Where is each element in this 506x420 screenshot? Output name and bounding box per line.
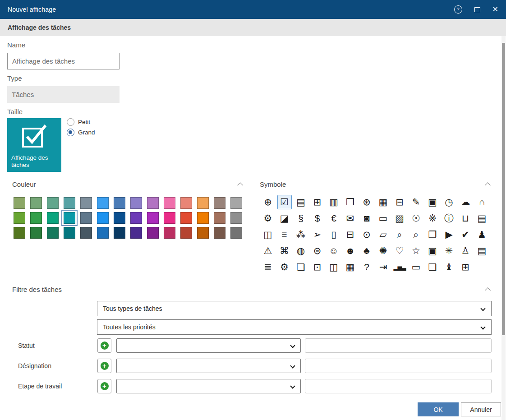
task-type-dropdown[interactable]: Tous types de tâches — [97, 301, 492, 316]
color-swatch[interactable] — [64, 212, 75, 224]
euro-sign-icon[interactable]: € — [327, 211, 341, 226]
gears-icon[interactable]: ⚙ — [261, 211, 275, 226]
color-swatch[interactable] — [214, 197, 225, 209]
color-swatch[interactable] — [97, 212, 109, 224]
alert-rays-icon[interactable]: ※ — [425, 211, 440, 226]
plus-circle-icon[interactable]: ⊕ — [261, 195, 275, 209]
portrait-card-icon[interactable]: ◪ — [277, 211, 292, 226]
cancel-button[interactable]: Annuler — [461, 402, 501, 416]
star-icon[interactable]: ☆ — [409, 244, 423, 258]
color-swatch[interactable] — [114, 227, 125, 239]
color-swatch[interactable] — [214, 227, 225, 239]
task-checkbox-icon[interactable]: ☑ — [277, 195, 292, 209]
folder-icon[interactable]: ▭ — [376, 211, 391, 226]
section-sign-icon[interactable]: § — [294, 211, 308, 226]
color-swatch[interactable] — [14, 197, 25, 209]
name-input[interactable] — [7, 53, 120, 69]
sun-burst-icon[interactable]: ✺ — [376, 244, 391, 258]
network-hub-icon[interactable]: ✳ — [442, 244, 456, 258]
color-swatch[interactable] — [14, 227, 25, 239]
color-swatch[interactable] — [214, 212, 225, 224]
question-circle-icon[interactable]: ? — [359, 260, 374, 274]
ruler-scale-icon[interactable]: ≣ — [261, 260, 275, 274]
person-icon[interactable]: ♟ — [475, 227, 489, 242]
scrollbar-thumb[interactable] — [502, 43, 505, 335]
inbox-tray-icon[interactable]: ⊔ — [458, 211, 473, 226]
compass-icon[interactable]: ⊛ — [359, 195, 374, 209]
color-swatch[interactable] — [197, 197, 209, 209]
dollar-sign-icon[interactable]: $ — [310, 211, 325, 226]
help-icon[interactable]: ? — [454, 5, 462, 14]
docs-stack-icon[interactable]: ❑ — [425, 260, 440, 274]
people-group-icon[interactable]: ⁂ — [294, 227, 308, 242]
heart-icon[interactable]: ♡ — [392, 244, 407, 258]
color-swatch[interactable] — [230, 197, 242, 209]
pen-icon[interactable]: ✎ — [409, 195, 423, 209]
chart-panel-icon[interactable]: ▦ — [343, 260, 358, 274]
color-swatch[interactable] — [180, 227, 192, 239]
contact-badge-icon[interactable]: ▣ — [425, 244, 440, 258]
maximize-icon[interactable] — [474, 7, 480, 12]
filter-value-dropdown[interactable] — [116, 359, 301, 373]
filtre-collapse-icon[interactable] — [485, 287, 491, 293]
close-icon[interactable]: ✕ — [492, 6, 498, 13]
camera-box-icon[interactable]: ⊙ — [359, 227, 374, 242]
color-swatch[interactable] — [147, 197, 159, 209]
clock-icon[interactable]: ◷ — [442, 195, 456, 209]
gear-icon[interactable]: ⚙ — [277, 260, 292, 274]
play-circle-icon[interactable]: ▶ — [442, 227, 456, 242]
symbole-collapse-icon[interactable] — [485, 182, 491, 188]
radio-icon[interactable] — [67, 118, 74, 126]
color-swatch[interactable] — [164, 212, 175, 224]
cursor-tag-icon[interactable]: ➢ — [310, 227, 325, 242]
palm-tree-icon[interactable]: ♣ — [359, 244, 374, 258]
magnifier-icon[interactable]: ⌕ — [392, 227, 407, 242]
cabinet-icon[interactable]: ⊟ — [343, 227, 358, 242]
note-card-icon[interactable]: ▤ — [475, 244, 489, 258]
list-check-icon[interactable]: ✔ — [458, 227, 473, 242]
speech-idea-icon[interactable]: ◙ — [359, 211, 374, 226]
add-filter-button[interactable]: + — [97, 359, 111, 373]
magnifier-idea-icon[interactable]: ⌕ — [409, 227, 423, 242]
add-filter-button[interactable]: + — [97, 338, 111, 353]
filter-value-dropdown[interactable] — [116, 379, 301, 393]
barcode-icon[interactable]: ▥ — [327, 195, 341, 209]
color-swatch[interactable] — [180, 212, 192, 224]
filter-value-dropdown[interactable] — [116, 338, 301, 353]
color-swatch[interactable] — [64, 197, 75, 209]
color-swatch[interactable] — [64, 227, 75, 239]
book-bookmark-icon[interactable]: ❒ — [343, 195, 358, 209]
globe-grid-icon[interactable]: ⊜ — [310, 244, 325, 258]
add-filter-button[interactable]: + — [97, 379, 111, 393]
couleur-collapse-icon[interactable] — [237, 182, 243, 188]
scrollbar-track[interactable] — [501, 36, 506, 420]
window-frame-icon[interactable]: ⊞ — [458, 260, 473, 274]
color-swatch[interactable] — [97, 227, 109, 239]
cloud-icon[interactable]: ☁ — [458, 195, 473, 209]
filter-text-input[interactable] — [305, 379, 492, 393]
document-pair-icon[interactable]: ❏ — [294, 260, 308, 274]
radio-selected-icon[interactable] — [67, 129, 74, 136]
color-swatch[interactable] — [230, 227, 242, 239]
detective-icon[interactable]: ♝ — [442, 260, 456, 274]
door-exit-icon[interactable]: ⇥ — [376, 260, 391, 274]
color-swatch[interactable] — [30, 227, 42, 239]
color-swatch[interactable] — [14, 212, 25, 224]
color-swatch[interactable] — [97, 197, 109, 209]
color-swatch[interactable] — [47, 227, 59, 239]
calendar-icon[interactable]: ▦ — [376, 195, 391, 209]
lightbulb-icon[interactable]: ☉ — [409, 211, 423, 226]
color-swatch[interactable] — [47, 212, 59, 224]
ok-button[interactable]: OK — [418, 402, 459, 416]
info-circle-icon[interactable]: ⓘ — [442, 211, 456, 226]
priority-dropdown[interactable]: Toutes les priorités — [97, 319, 492, 335]
color-swatch[interactable] — [130, 197, 142, 209]
document-copies-icon[interactable]: ❐ — [425, 227, 440, 242]
color-swatch[interactable] — [30, 197, 42, 209]
notepad-icon[interactable]: ≡ — [277, 227, 292, 242]
filter-text-input[interactable] — [305, 338, 492, 353]
color-swatch[interactable] — [80, 197, 92, 209]
org-chart-icon[interactable]: ⌘ — [277, 244, 292, 258]
color-swatch[interactable] — [130, 227, 142, 239]
color-swatch[interactable] — [164, 227, 175, 239]
